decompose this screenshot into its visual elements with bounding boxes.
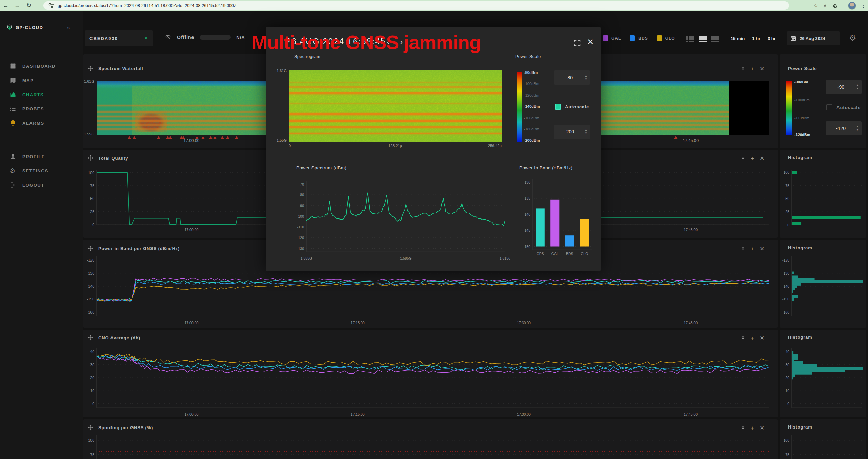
url-text: gp-cloud.io/probes-status/17?from=2024-0… <box>58 3 236 8</box>
pin-icon[interactable] <box>741 246 745 252</box>
stepper-arrows[interactable]: ▲▼ <box>856 84 862 90</box>
cno-average-chart[interactable]: 40302010017:00:0017:15:0017:30:0017:45:0… <box>83 344 778 418</box>
glo-color-swatch <box>657 35 662 41</box>
layout-sidebar-grid-icon[interactable] <box>686 35 694 44</box>
spoofing-histogram[interactable]: 10075 <box>780 435 866 459</box>
stepper-arrows[interactable]: ▲▼ <box>585 75 590 81</box>
move-handle-icon[interactable] <box>87 424 94 431</box>
profile-avatar[interactable] <box>848 2 856 10</box>
legend-chip-glo[interactable]: GLO <box>657 35 675 41</box>
jam-tone-stripe <box>289 120 502 122</box>
sidebar-item-profile[interactable]: PROFILE <box>0 149 83 164</box>
add-icon[interactable]: + <box>751 66 754 72</box>
move-handle-icon[interactable] <box>87 245 94 251</box>
sidebar-item-logout[interactable]: LOGOUT <box>0 178 83 192</box>
power-in-band-bar-chart[interactable]: -130-135-140-145-150GPSGALBDSGLO <box>517 172 595 262</box>
microphone-icon[interactable]: ♬ <box>823 3 828 8</box>
spoofing-chart[interactable]: 10075 <box>83 435 778 459</box>
gnss-legend: GAL BDS GLO <box>603 35 675 41</box>
autoscale-label: Autoscale <box>565 104 589 109</box>
close-icon[interactable]: ✕ <box>760 424 764 432</box>
panel-title: Power in Band per GNSS (dBm/Hz) <box>98 246 180 251</box>
add-icon[interactable]: + <box>751 155 754 162</box>
reload-icon[interactable]: ↻ <box>23 2 35 9</box>
bookmark-star-icon[interactable]: ☆ <box>814 3 818 9</box>
svg-text:-160: -160 <box>87 310 94 314</box>
layout-grid-icon[interactable] <box>711 35 720 44</box>
legend-chip-bds[interactable]: BDS <box>630 35 648 41</box>
forward-icon[interactable]: → <box>12 2 23 9</box>
stepper-arrows[interactable]: ▲▼ <box>585 129 590 135</box>
sidebar-item-settings[interactable]: ⚙ SETTINGS <box>0 164 83 178</box>
power-spectrum-title: Power Spectrum (dBm) <box>296 165 346 170</box>
add-icon[interactable]: + <box>751 425 754 432</box>
svg-text:-160: -160 <box>782 310 789 314</box>
close-icon[interactable]: ✕ <box>760 65 764 72</box>
move-handle-icon[interactable] <box>87 65 94 71</box>
scale-min-input[interactable]: -120 ▲▼ <box>826 121 862 135</box>
svg-text:-150: -150 <box>782 297 789 301</box>
extensions-puzzle-icon[interactable] <box>833 3 838 8</box>
panel-title: Spoofing per GNSS (%) <box>98 425 153 430</box>
scale-label: -180dBm <box>524 127 539 131</box>
power-spectrum-chart[interactable]: -70-80-90-100-110-120-1301.555G1.585G1.6… <box>291 172 510 262</box>
svg-text:1.615G: 1.615G <box>500 256 510 260</box>
stepper-arrows[interactable]: ▲▼ <box>856 125 862 131</box>
power-scale-section-label: Power Scale <box>515 54 541 59</box>
device-select[interactable]: CBEDA930 ▼ <box>85 30 153 46</box>
scale-min-input[interactable]: -200 ▲▼ <box>554 125 590 139</box>
site-settings-icon[interactable] <box>47 2 54 9</box>
jam-tone-stripe <box>289 82 502 83</box>
pin-icon[interactable] <box>741 66 745 72</box>
svg-text:-130: -130 <box>297 247 304 251</box>
svg-text:-70: -70 <box>299 182 304 186</box>
add-icon[interactable]: + <box>751 246 754 252</box>
sidebar-item-charts[interactable]: CHARTS <box>0 87 83 102</box>
range-3hr-button[interactable]: 3 hr <box>768 36 776 41</box>
sidebar-item-probes[interactable]: PROBES <box>0 102 83 116</box>
add-icon[interactable]: + <box>751 335 754 342</box>
modal-close-icon[interactable]: ✕ <box>587 37 594 47</box>
cno-histogram[interactable]: 403020100 <box>780 344 866 418</box>
range-1hr-button[interactable]: 1 hr <box>752 36 760 41</box>
menu-dots-icon[interactable]: ⋮ <box>861 3 866 9</box>
svg-text:-140: -140 <box>782 284 789 288</box>
move-handle-icon[interactable] <box>87 155 94 161</box>
svg-text:-120: -120 <box>782 258 789 262</box>
pin-icon[interactable] <box>741 336 745 341</box>
scale-max-input[interactable]: -80 ▲▼ <box>554 70 590 85</box>
calendar-icon <box>791 36 796 41</box>
close-icon[interactable]: ✕ <box>760 155 764 162</box>
svg-text:30: 30 <box>785 363 789 367</box>
toolbar-settings-gear-icon[interactable]: ⚙ <box>849 33 856 43</box>
spectrogram-heatmap[interactable] <box>289 70 502 142</box>
range-15min-button[interactable]: 15 min <box>731 36 745 41</box>
pin-icon[interactable] <box>741 425 745 431</box>
time-axis-label: 17:00:00 <box>184 138 200 143</box>
sidebar-collapse-icon[interactable]: « <box>67 25 70 31</box>
close-icon[interactable]: ✕ <box>760 335 764 342</box>
address-bar[interactable]: gp-cloud.io/probes-status/17?from=2024-0… <box>43 1 789 10</box>
sidebar-item-map[interactable]: MAP <box>0 73 83 87</box>
brand-name: GP-CLOUD <box>16 25 43 30</box>
chevron-down-icon: ▼ <box>144 36 148 41</box>
power-in-band-histogram[interactable]: -120-130-140-150-160 <box>780 252 866 326</box>
move-handle-icon[interactable] <box>87 335 94 341</box>
scale-max-input[interactable]: -90 ▲▼ <box>826 80 862 94</box>
date-picker[interactable]: 26 Aug 2024 <box>787 31 840 45</box>
fullscreen-icon[interactable] <box>573 39 581 47</box>
legend-chip-gal[interactable]: GAL <box>603 35 621 41</box>
jam-tone-stripe <box>289 133 502 134</box>
autoscale-checkbox[interactable] <box>826 104 832 110</box>
autoscale-checkbox[interactable] <box>555 104 561 110</box>
sidebar-item-alarms[interactable]: ALARMS <box>0 116 83 130</box>
probes-list-icon <box>9 105 16 112</box>
close-icon[interactable]: ✕ <box>760 245 764 252</box>
pin-icon[interactable] <box>741 156 745 161</box>
back-icon[interactable]: ← <box>0 2 12 9</box>
total-quality-histogram[interactable]: 1007550250 <box>780 167 866 233</box>
layout-rows-icon[interactable] <box>698 35 707 44</box>
svg-text:17:30:00: 17:30:00 <box>517 412 531 416</box>
sidebar-item-dashboard[interactable]: DASHBOARD <box>0 59 83 73</box>
divider <box>843 3 843 8</box>
